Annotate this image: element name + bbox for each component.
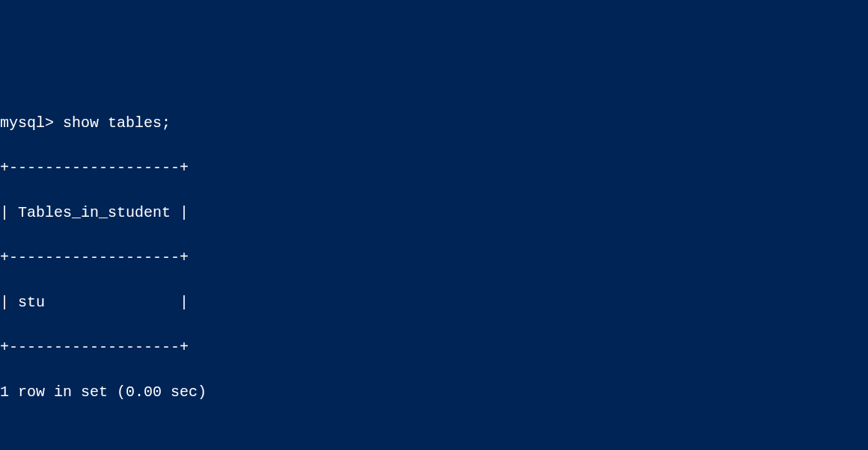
- table-row: | stu |: [0, 292, 868, 314]
- blank-line: [0, 426, 868, 449]
- table-header: | Tables_in_student |: [0, 202, 868, 224]
- result-status: 1 row in set (0.00 sec): [0, 381, 868, 404]
- table-border: +-------------------+: [0, 247, 868, 269]
- table-border: +-------------------+: [0, 336, 868, 359]
- table-border: +-------------------+: [0, 157, 868, 179]
- mysql-terminal[interactable]: mysql> show tables; +-------------------…: [0, 90, 868, 450]
- command-show-tables: show tables;: [63, 114, 171, 132]
- command-line-1: mysql> show tables;: [0, 112, 868, 135]
- prompt: mysql>: [0, 114, 54, 132]
